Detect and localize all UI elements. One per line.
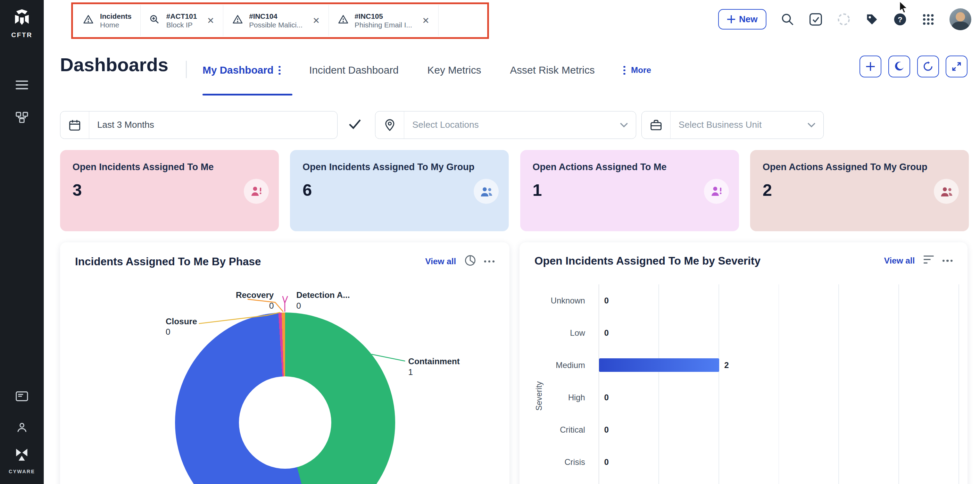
more-tabs-button[interactable]: More <box>624 65 651 75</box>
help-icon[interactable]: ? <box>893 13 907 26</box>
stat-card-value: 1 <box>533 180 727 200</box>
tab-title: #ACT101 <box>166 12 197 21</box>
pie-chart-type-icon[interactable] <box>464 255 476 269</box>
new-button-label: New <box>739 14 758 25</box>
tab-incidents-home[interactable]: Incidents Home <box>74 5 141 36</box>
briefcase-icon <box>642 111 671 138</box>
tab-inc105[interactable]: #INC105 Phishing Email I... ✕ <box>329 5 438 36</box>
cftr-logo[interactable]: CFTR <box>11 9 32 39</box>
locations-placeholder: Select Locations <box>404 119 479 130</box>
category-label: Unknown <box>520 284 593 317</box>
tab-title: Incidents <box>100 12 132 21</box>
more-options-icon[interactable] <box>942 260 953 262</box>
close-icon[interactable]: ✕ <box>422 16 429 25</box>
refresh-icon <box>923 61 934 72</box>
release-notes-icon[interactable] <box>0 383 44 410</box>
calendar-icon <box>60 111 89 138</box>
fullscreen-button[interactable] <box>946 56 967 77</box>
severity-bar-row: 0 <box>599 446 963 478</box>
stat-card[interactable]: Open Actions Assigned To Me 1 <box>520 150 739 231</box>
people-group-icon <box>934 179 959 204</box>
donut-label-detection: Detection A...0 <box>296 290 350 311</box>
close-icon[interactable]: ✕ <box>207 16 214 25</box>
dashboard-actions <box>859 56 967 77</box>
tab-asset-risk-metrics[interactable]: Asset Risk Metrics <box>510 64 595 76</box>
bar-value: 0 <box>604 393 609 403</box>
chevron-down-icon <box>620 123 628 127</box>
view-all-link[interactable]: View all <box>884 256 915 266</box>
tab-label: Incident Dashboard <box>309 64 398 76</box>
tab-label: Key Metrics <box>428 64 481 76</box>
bar-chart-type-icon[interactable] <box>923 255 934 267</box>
plus-icon <box>727 15 735 23</box>
severity-bar <box>599 358 719 372</box>
bar-value: 0 <box>604 328 609 338</box>
tab-act101-block-ip[interactable]: #ACT101 Block IP ✕ <box>141 5 223 36</box>
tag-icon[interactable] <box>865 13 879 26</box>
modules-icon[interactable] <box>0 104 44 131</box>
refresh-button[interactable] <box>917 56 939 77</box>
stat-card[interactable]: Open Incidents Assigned To Me 3 <box>60 150 279 231</box>
tab-inc104[interactable]: #INC104 Possible Malici... ✕ <box>223 5 329 36</box>
date-range-filter[interactable]: Last 3 Months <box>60 111 337 139</box>
more-kebab-icon <box>624 66 625 75</box>
warning-triangle-icon <box>83 14 94 26</box>
date-range-value: Last 3 Months <box>89 119 154 130</box>
loader-icon[interactable] <box>837 13 851 26</box>
action-search-icon <box>150 14 160 27</box>
stat-card[interactable]: Open Actions Assigned To My Group 2 <box>750 150 969 231</box>
stat-card-label: Open Incidents Assigned To Me <box>73 162 266 173</box>
more-options-icon[interactable] <box>484 260 495 263</box>
tab-incident-dashboard[interactable]: Incident Dashboard <box>309 64 398 76</box>
close-icon[interactable]: ✕ <box>313 16 320 25</box>
location-pin-icon <box>375 111 404 138</box>
filters-row: Last 3 Months Select Locations Select Bu… <box>0 111 980 139</box>
phase-donut-chart[interactable] <box>175 312 395 484</box>
locations-filter[interactable]: Select Locations <box>375 111 636 139</box>
view-all-link[interactable]: View all <box>425 256 456 266</box>
sidebar: CFTR CYWARE <box>0 0 44 484</box>
phase-chart-card: Incidents Assigned To Me By Phase View a… <box>60 242 509 484</box>
svg-text:?: ? <box>898 15 902 24</box>
apps-grid-icon[interactable] <box>921 13 935 26</box>
tab-subtitle: Home <box>100 21 132 29</box>
category-label: Crisis <box>520 446 593 478</box>
add-dashboard-button[interactable] <box>859 56 881 77</box>
tab-title: #INC105 <box>355 12 412 21</box>
stat-card-label: Open Incidents Assigned To My Group <box>302 162 496 173</box>
avatar[interactable] <box>950 8 971 30</box>
tab-my-dashboard[interactable]: My Dashboard <box>202 64 280 76</box>
bar-value: 0 <box>604 425 609 435</box>
bar-value: 0 <box>604 457 609 467</box>
category-label: Medium <box>520 349 593 381</box>
apply-filter-check-icon[interactable] <box>348 118 361 132</box>
severity-bar-plot[interactable]: 0 0 2 0 0 0 <box>599 284 963 484</box>
hamburger-menu-icon[interactable] <box>0 71 44 99</box>
tab-title: #INC104 <box>249 12 302 21</box>
user-profile-icon[interactable] <box>0 414 44 441</box>
chart-title: Open Incidents Assigned To Me by Severit… <box>535 255 760 267</box>
stat-card-label: Open Actions Assigned To My Group <box>763 162 956 173</box>
tab-key-metrics[interactable]: Key Metrics <box>428 64 481 76</box>
person-alert-icon <box>244 179 269 204</box>
tab-label: My Dashboard <box>202 64 274 76</box>
dark-mode-button[interactable] <box>888 56 910 77</box>
new-button[interactable]: New <box>718 9 767 30</box>
cyware-logo[interactable] <box>0 445 44 464</box>
cyware-logo-text: CYWARE <box>9 469 35 474</box>
severity-chart-card: Open Incidents Assigned To Me by Severit… <box>520 242 968 484</box>
tab-subtitle: Block IP <box>166 21 197 29</box>
plus-icon <box>866 62 875 71</box>
cftr-logo-text: CFTR <box>11 31 32 39</box>
dashboard-tabs: My Dashboard Incident Dashboard Key Metr… <box>202 64 651 76</box>
stat-card[interactable]: Open Incidents Assigned To My Group 6 <box>290 150 509 231</box>
tasks-icon[interactable] <box>809 13 822 26</box>
stat-card-value: 3 <box>73 180 266 200</box>
business-unit-filter[interactable]: Select Business Unit <box>641 111 824 139</box>
expand-icon <box>952 62 961 71</box>
severity-bar-row: 0 <box>599 414 963 446</box>
dashboard-options-icon[interactable] <box>278 66 280 75</box>
person-alert-icon <box>704 179 729 204</box>
moon-icon <box>894 62 904 72</box>
search-icon[interactable] <box>781 13 795 26</box>
